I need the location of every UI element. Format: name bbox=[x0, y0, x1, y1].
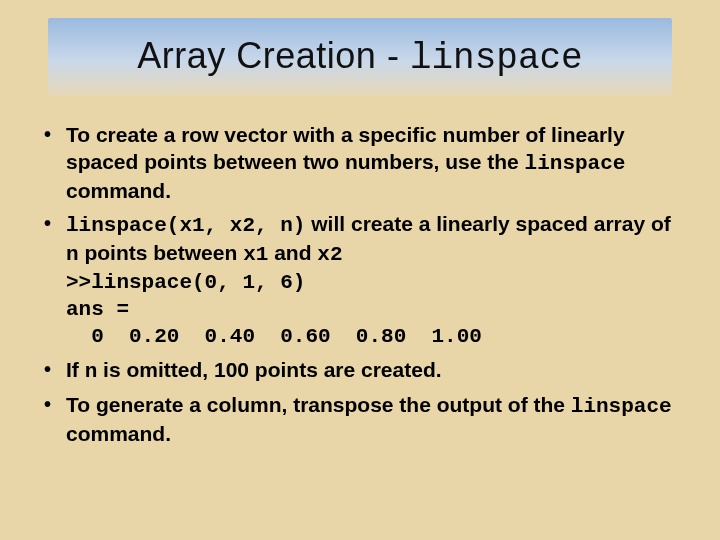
slide-title-box: Array Creation - linspace bbox=[48, 18, 672, 96]
bullet-3: If n is omitted, 100 points are created. bbox=[38, 357, 682, 386]
code-inline: linspace(x1, x2, n) bbox=[66, 214, 305, 237]
code-inline: linspace bbox=[571, 395, 672, 418]
text: points between bbox=[79, 241, 244, 264]
code-inline: n bbox=[66, 243, 79, 266]
text: To generate a column, transpose the outp… bbox=[66, 393, 571, 416]
text: If bbox=[66, 358, 85, 381]
bullet-2: linspace(x1, x2, n) will create a linear… bbox=[38, 211, 682, 351]
bullet-list: To create a row vector with a specific n… bbox=[38, 122, 682, 448]
text: will create a linearly spaced array of bbox=[305, 212, 670, 235]
code-inline: x2 bbox=[317, 243, 342, 266]
text: is omitted, 100 points are created. bbox=[97, 358, 441, 381]
code-inline: n bbox=[85, 360, 98, 383]
code-inline: x1 bbox=[243, 243, 268, 266]
title-mono: linspace bbox=[410, 38, 583, 79]
title-prefix: Array Creation - bbox=[137, 35, 410, 76]
code-block: >>linspace(0, 1, 6) ans = 0 0.20 0.40 0.… bbox=[66, 270, 682, 351]
text: command. bbox=[66, 179, 171, 202]
bullet-4: To generate a column, transpose the outp… bbox=[38, 392, 682, 448]
code-inline: linspace bbox=[525, 152, 626, 175]
text: command. bbox=[66, 422, 171, 445]
slide-body: To create a row vector with a specific n… bbox=[38, 122, 682, 448]
text: and bbox=[268, 241, 317, 264]
bullet-1: To create a row vector with a specific n… bbox=[38, 122, 682, 205]
slide-title: Array Creation - linspace bbox=[137, 35, 582, 79]
